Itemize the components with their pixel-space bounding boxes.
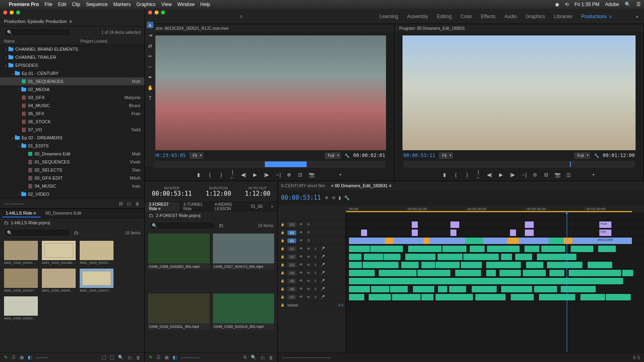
workspace-assembly[interactable]: Assembly	[407, 14, 428, 19]
source-monitor-viewport[interactable]	[153, 35, 386, 150]
tree-item[interactable]: ⌄EPISODES	[0, 61, 144, 69]
tree-item[interactable]: 03_GFXMarjorie	[0, 93, 144, 101]
tabs-overflow-icon[interactable]: »	[267, 204, 277, 209]
new-bin-icon[interactable]: 🗀	[260, 355, 265, 360]
tree-item[interactable]: 06_STOCK	[0, 118, 144, 126]
workspace-audio[interactable]: Audio	[504, 14, 517, 19]
tree-item[interactable]: 02_SELECTSDan	[0, 166, 144, 174]
track-select-tool-icon[interactable]: ⇥	[147, 32, 153, 39]
menu-view[interactable]: View	[161, 2, 172, 7]
wrench-icon[interactable]: 🔧	[594, 153, 599, 158]
source-resolution[interactable]: Full	[325, 153, 340, 159]
track-header-a4[interactable]: 🔒A4👁MS🎤	[278, 269, 346, 277]
track-header-master[interactable]: 🔒Master-4.0	[278, 301, 346, 309]
go-out-icon[interactable]: →|	[275, 172, 281, 178]
menu-sequence[interactable]: Sequence	[86, 2, 107, 7]
track-row[interactable]: A001C006	[346, 237, 644, 245]
go-in-icon[interactable]: |←	[476, 169, 481, 180]
production-tree[interactable]: ›CHANNEL BRAND ELEMENTS›CHANNEL TRAILER⌄…	[0, 45, 144, 199]
wrench-icon[interactable]: 🔧	[345, 153, 349, 158]
track-row[interactable]	[346, 293, 644, 301]
opt1-icon[interactable]	[102, 356, 106, 360]
workspace-learning[interactable]: Learning	[380, 14, 398, 19]
timeline-tab-century[interactable]: 0-CENTURY short film	[281, 183, 325, 188]
workspace-productions[interactable]: Productions	[581, 14, 607, 19]
list-view-icon[interactable]: ☰	[157, 355, 161, 360]
home-icon[interactable]: ⌂	[240, 14, 246, 19]
trash-icon[interactable]: 🗑	[136, 355, 140, 360]
media-clip[interactable]: C048_C018_0101DL_001.mp4	[148, 294, 210, 350]
tab-forest[interactable]: 2-FOREST Ride ≡	[145, 202, 179, 211]
workspace-overflow-icon[interactable]: »	[636, 14, 638, 19]
menu-graphics[interactable]: Graphics	[136, 2, 156, 7]
in-point-icon[interactable]: {	[207, 172, 213, 178]
insert-icon[interactable]: ⊕	[286, 172, 292, 178]
tree-item[interactable]: ⌄01_EDITS	[0, 142, 144, 150]
track-row[interactable]: Foot	[346, 221, 644, 229]
tab-hills-ride[interactable]: 1-HILLS Ride	[2, 209, 41, 217]
slip-tool-icon[interactable]: ↔	[147, 64, 153, 70]
track-row[interactable]	[346, 285, 644, 293]
clip-thumbnail[interactable]: A001_C032_0102ZT_001.mp4	[4, 269, 38, 292]
track-headers[interactable]: 🔒V3👁⊡🔒V2👁⊡🔒V1👁⊡🔒A1👁MS🎤🔒A2👁MS🎤🔒A3👁MS🎤🔒A4👁…	[278, 213, 346, 352]
menu-clip[interactable]: Clip	[72, 2, 80, 7]
search-input[interactable]	[12, 30, 68, 35]
spotlight-icon[interactable]: 🔍	[625, 2, 631, 7]
tab-riding[interactable]: 4-RIDING LESSON	[211, 202, 247, 211]
find-icon[interactable]: 🔍	[118, 355, 124, 360]
mark-in-icon[interactable]: ▮	[442, 172, 448, 178]
panel-menu-icon[interactable]	[69, 19, 73, 24]
out-point-icon[interactable]: }	[219, 172, 224, 178]
tab-tunnel[interactable]: 3-TUNNEL Ride	[179, 202, 211, 211]
export-frame-icon[interactable]: 📷	[555, 172, 560, 178]
tree-item[interactable]: 05_SFXFran	[0, 110, 144, 118]
tree-item[interactable]: ›CHANNEL BRAND ELEMENTS	[0, 45, 144, 53]
workspace-libraries[interactable]: Libraries	[554, 14, 572, 19]
timeline-ruler[interactable]: :00:00 00:00:15:00 00:00:30:00 00:00:45:…	[278, 205, 644, 213]
sort-icon[interactable]: ⇅	[243, 355, 247, 360]
track-row[interactable]	[346, 277, 644, 285]
track-header-a6[interactable]: 🔒A6👁MS🎤	[278, 285, 346, 293]
tree-item[interactable]: ›CHANNEL TRAILER	[0, 53, 144, 61]
find-icon[interactable]: 🔍	[251, 355, 256, 360]
source-zoom-fit[interactable]: Fit	[190, 153, 203, 159]
media-search[interactable]: 🔍	[149, 221, 216, 230]
in-point-icon[interactable]: {	[453, 172, 459, 178]
play-icon[interactable]: ▶	[252, 172, 258, 178]
clip-thumbnail[interactable]: A001_C024_0101OR_001.mp4	[80, 241, 114, 265]
project-thumbnails[interactable]: A001_C010_0101RD_001.mp4A001_C023_0101AD…	[0, 238, 144, 352]
workspace-graphics[interactable]: Graphics	[526, 14, 545, 19]
track-row[interactable]	[346, 245, 644, 253]
tree-item[interactable]: ⌄Ep 01 - CENTURY	[0, 69, 144, 77]
timeline-tab-dreamers[interactable]: × 00 Dreamers_Edit_180831 ≡	[331, 183, 391, 188]
tree-item[interactable]: 04_MUSICIvan	[0, 182, 144, 190]
tree-item[interactable]: ›02_VIDEO	[0, 190, 144, 198]
workspace-color[interactable]: Color	[460, 14, 472, 19]
freeform-view-icon[interactable]: ◧	[173, 355, 177, 360]
opt2-icon[interactable]	[110, 356, 114, 360]
add-button-icon[interactable]: +	[338, 172, 343, 178]
tab-dreamers-edit[interactable]: 00_Dreamers Edit	[42, 209, 85, 217]
program-scrub-bar[interactable]	[403, 161, 635, 168]
tree-item[interactable]: 04_MUSICBruce	[0, 101, 144, 110]
marker-icon[interactable]: ▮	[339, 195, 341, 201]
folder-nav-icon[interactable]: 🗀	[219, 223, 223, 228]
snap-icon[interactable]: ❄	[325, 195, 328, 201]
menu-edit[interactable]: Edit	[58, 2, 66, 7]
step-fwd-icon[interactable]: |▶	[510, 172, 515, 178]
playhead[interactable]	[567, 213, 567, 352]
track-header-v1[interactable]: 🔒V1👁⊡	[278, 237, 346, 245]
mark-in-icon[interactable]: ▮	[196, 172, 202, 178]
clip-thumbnail[interactable]: A001_C033_0102OP_001.mp4	[4, 296, 38, 320]
type-tool-icon[interactable]: T	[147, 95, 153, 101]
source-timecode-in[interactable]: 00:23:43:05	[154, 153, 186, 158]
cc-icon[interactable]: ◉	[555, 2, 559, 7]
production-search[interactable]: 🔍	[4, 28, 71, 36]
col-name[interactable]: Name	[4, 39, 80, 43]
tree-item[interactable]: 01_SEQUENCESMatt	[0, 77, 144, 85]
out-point-icon[interactable]: }	[464, 172, 470, 178]
close-window[interactable]	[3, 10, 7, 14]
workspace-editing[interactable]: Editing	[437, 14, 452, 19]
zoom-window[interactable]	[16, 10, 20, 14]
go-in-icon[interactable]: |←	[230, 169, 235, 180]
